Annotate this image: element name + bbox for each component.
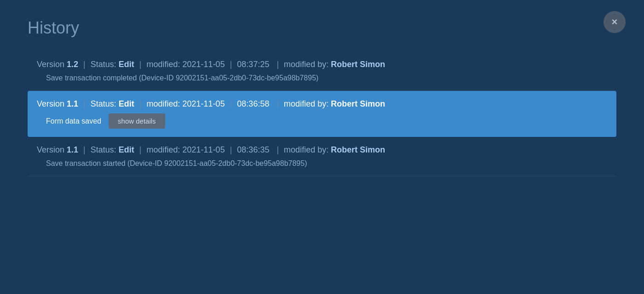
item-body-text: Save transaction started (Device-ID 9200… [46, 159, 307, 168]
history-item: Version 1.1 | Status: Edit | modified: 2… [28, 91, 616, 137]
item-body-text: Save transaction completed (Device-ID 92… [46, 74, 318, 82]
history-item: Version 1.2 | Status: Edit | modified: 2… [28, 51, 616, 91]
history-item: Version 1.1 | Status: Edit | modified: 2… [28, 137, 616, 176]
history-panel: × History Version 1.2 | Status: Edit | m… [0, 0, 644, 294]
item-body-text: Form data saved [46, 117, 101, 125]
close-button[interactable]: × [604, 11, 626, 33]
show-details-button[interactable]: show details [109, 113, 165, 129]
item-body: Form data savedshow details [37, 113, 607, 129]
item-body: Save transaction started (Device-ID 9200… [37, 159, 607, 168]
history-list: Version 1.2 | Status: Edit | modified: 2… [28, 51, 616, 176]
item-header: Version 1.2 | Status: Edit | modified: 2… [37, 60, 607, 69]
item-body: Save transaction completed (Device-ID 92… [37, 74, 607, 82]
panel-title: History [28, 18, 616, 38]
item-header: Version 1.1 | Status: Edit | modified: 2… [37, 145, 607, 155]
item-header: Version 1.1 | Status: Edit | modified: 2… [37, 99, 607, 109]
